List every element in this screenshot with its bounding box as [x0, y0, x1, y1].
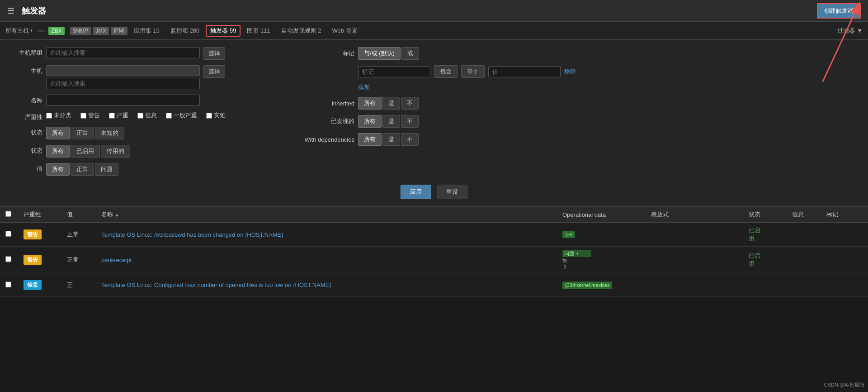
- th-info: 信息: [792, 210, 819, 219]
- tab-triggers[interactable]: 触发器 59: [206, 25, 241, 37]
- tab-web[interactable]: Web 场景: [328, 25, 362, 37]
- inherited-no-btn[interactable]: 不: [401, 97, 419, 110]
- breadcrumb-all-hosts[interactable]: 所有主机: [5, 27, 29, 34]
- sort-icon: ▲: [115, 212, 119, 217]
- th-tags: 标记: [826, 210, 863, 219]
- tag-contains-btn[interactable]: 包含: [434, 65, 458, 78]
- row3-name-link[interactable]: Template OS Linux: Configured max number…: [101, 282, 331, 288]
- status2-enabled-btn[interactable]: 已启用: [71, 145, 100, 158]
- filter-icon: ▼: [857, 27, 863, 34]
- severity-average[interactable]: 一般严重: [166, 111, 197, 120]
- host-group-filter-row: 主机群组 选择: [11, 47, 282, 60]
- tab-monitoring[interactable]: 监控项 280: [166, 25, 204, 37]
- host-group-select-button[interactable]: 选择: [203, 47, 225, 60]
- row2-checkbox: [5, 256, 16, 263]
- with-dep-yes-btn[interactable]: 是: [382, 133, 400, 146]
- tag-remove-link[interactable]: 移除: [564, 67, 576, 76]
- value-all-btn[interactable]: 所有: [46, 163, 70, 176]
- inherited-filter-row: Inherited 所有 是 不: [300, 97, 857, 110]
- status2-all-btn[interactable]: 所有: [46, 145, 70, 158]
- status1-filter-row: 状态 所有 正常 未知的: [11, 127, 282, 139]
- tag-or-btn[interactable]: 或: [401, 47, 419, 60]
- row1-name-link[interactable]: Template OS Linux: /etc/passwd has been …: [101, 231, 283, 238]
- host-label: 主机: [11, 65, 42, 75]
- tag-filter-row: 标记 与/或 (默认) 或: [300, 47, 857, 60]
- status1-label: 状态: [11, 127, 42, 137]
- inherited-yes-btn[interactable]: 是: [382, 97, 400, 110]
- tag-equals-btn[interactable]: 等于: [461, 65, 485, 78]
- host-group-input[interactable]: [46, 47, 200, 58]
- left-filters: 主机群组 选择 主机 选择 名称 严重性: [11, 47, 282, 181]
- host-search-input[interactable]: [46, 78, 200, 89]
- reset-button[interactable]: 重设: [437, 185, 467, 199]
- status1-all-btn[interactable]: 所有: [46, 127, 70, 139]
- host-select-button[interactable]: 选择: [203, 65, 225, 78]
- with-dep-filter-row: With dependencies 所有 是 不: [300, 133, 857, 146]
- severity-unclassified[interactable]: 未分类: [46, 111, 71, 120]
- status2-disabled-btn[interactable]: 停用的: [101, 145, 130, 158]
- breadcrumb: 所有主机 /: [5, 27, 32, 35]
- host-box: [46, 65, 200, 89]
- discovered-no-btn[interactable]: 不: [401, 115, 419, 128]
- status1-toggle-group: 所有 正常 未知的: [46, 127, 124, 139]
- discovered-toggle-group: 所有 是 不: [358, 115, 419, 128]
- inherited-all-btn[interactable]: 所有: [358, 97, 382, 110]
- row1-checkbox: [5, 231, 16, 238]
- with-dep-label: With dependencies: [300, 136, 354, 143]
- tag-add-link[interactable]: 添加: [358, 83, 370, 91]
- row2-opdata: 问题: / 恢 ·1: [562, 250, 644, 269]
- severity-severe[interactable]: 严重: [109, 111, 128, 120]
- filter-button[interactable]: 过滤器 ▼: [837, 27, 863, 35]
- th-checkbox: [5, 211, 16, 218]
- severity-disaster[interactable]: 灾难: [206, 111, 226, 120]
- table-row: 信息 正 Template OS Linux: Configured max n…: [0, 273, 868, 297]
- table-row: 警告 正常 bankreceipt 问题: / 恢 ·1 已启用: [0, 247, 868, 273]
- severity-warning[interactable]: 警告: [80, 111, 100, 120]
- th-name[interactable]: 名称 ▲: [101, 210, 555, 219]
- th-status: 状态: [749, 210, 785, 219]
- row3-value: 正: [67, 281, 94, 289]
- with-dep-all-btn[interactable]: 所有: [358, 133, 382, 146]
- create-trigger-button[interactable]: 创建触发器: [817, 3, 861, 19]
- row2-name-link[interactable]: bankreceipt: [101, 257, 132, 263]
- severity-info[interactable]: 信息: [137, 111, 157, 120]
- tag-value-input[interactable]: [488, 66, 561, 77]
- value-normal-btn[interactable]: 正常: [71, 163, 94, 176]
- row2-severity: 警告: [24, 256, 60, 264]
- discovered-yes-btn[interactable]: 是: [382, 115, 400, 128]
- select-all-checkbox[interactable]: [5, 211, 11, 217]
- tag-input-row: 包含 等于 移除: [300, 65, 857, 78]
- row3-severity: 信息: [24, 281, 60, 289]
- severity-checkbox-group: 未分类 警告 严重 信息 一般严重 灾难: [46, 111, 226, 120]
- value-filter-row: 值 所有 正常 问题: [11, 163, 282, 176]
- row1-name: Template OS Linux: /etc/passwd has been …: [101, 231, 555, 238]
- tab-graphs[interactable]: 图形 111: [242, 25, 274, 37]
- th-expr: 表达式: [651, 210, 741, 219]
- status1-unknown-btn[interactable]: 未知的: [95, 127, 124, 139]
- with-dep-toggle-group: 所有 是 不: [358, 133, 419, 146]
- tag-name-input[interactable]: [358, 66, 430, 77]
- host-badge: [38, 30, 45, 32]
- tab-applications[interactable]: 应用集 15: [129, 25, 164, 37]
- menu-icon[interactable]: ☰: [7, 6, 14, 16]
- value-label: 值: [11, 163, 42, 173]
- name-label: 名称: [11, 95, 42, 105]
- name-input[interactable]: [46, 95, 200, 106]
- watermark: CSDN @A-刘晨阳: [824, 382, 864, 388]
- status2-label: 状态: [11, 145, 42, 155]
- status1-normal-btn[interactable]: 正常: [71, 127, 94, 139]
- th-opdata: Operational data: [562, 211, 644, 218]
- row1-opdata: }>0: [562, 231, 644, 238]
- th-value: 值: [67, 210, 94, 219]
- discovered-all-btn[interactable]: 所有: [358, 115, 382, 128]
- with-dep-no-btn[interactable]: 不: [401, 133, 419, 146]
- tag-andor-btn[interactable]: 与/或 (默认): [358, 47, 401, 60]
- apply-button[interactable]: 应用: [401, 185, 431, 199]
- row1-severity: 警告: [24, 231, 60, 239]
- value-problem-btn[interactable]: 问题: [95, 163, 118, 176]
- tag-andor-toggle: 与/或 (默认) 或: [358, 47, 419, 60]
- table-row: 警告 正常 Template OS Linux: /etc/passwd has…: [0, 223, 868, 247]
- value-toggle-group: 所有 正常 问题: [46, 163, 118, 176]
- tag-add-row: 添加: [300, 83, 857, 91]
- tab-discovery[interactable]: 自动发现规则 2: [277, 25, 326, 37]
